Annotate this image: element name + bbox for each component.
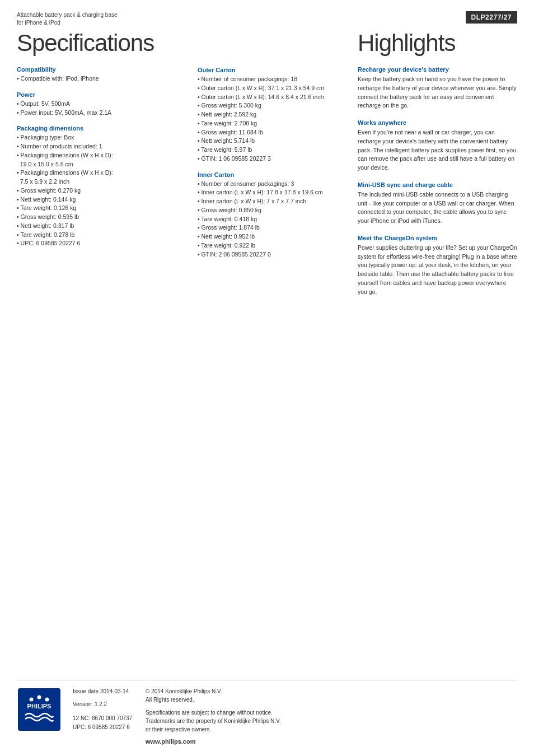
spec-item: Gross weight: 5.300 kg — [198, 101, 346, 110]
page-wrapper: Attachable battery pack & charging base … — [0, 0, 534, 756]
footer-col3: © 2014 Koninklijke Philips N.V. All Righ… — [146, 687, 517, 745]
spec-item: Tare weight: 0.126 kg — [17, 204, 184, 213]
philips-logo: PHILIPS — [17, 687, 62, 732]
nc-upc: 12 NC: 8670 000 70737 UPC: 6 09585 20227… — [73, 714, 134, 732]
spec-item: Gross weight: 0.850 kg — [198, 206, 346, 215]
highlights-column: Highlights Recharge your device's batter… — [352, 30, 517, 305]
works-anywhere-title: Works anywhere — [358, 119, 517, 126]
spec-item: Tare weight: 0.278 lb — [17, 231, 184, 240]
subtitle-line1: Attachable battery pack & charging base — [17, 11, 118, 19]
spec-item: Number of products included: 1 — [17, 142, 184, 151]
mini-usb-section: Mini-USB sync and charge cable The inclu… — [358, 181, 517, 226]
spec-item: UPC: 6 09585 20227 6 — [17, 239, 184, 248]
spec-item: Tare weight: 0.418 kg — [198, 215, 346, 224]
spec-item: Number of consumer packagings: 3 — [198, 180, 346, 189]
spec-item: Outer carton (L x W x H): 14.6 x 8.4 x 2… — [198, 93, 346, 102]
spec-item: Tare weight: 2.708 kg — [198, 119, 346, 128]
spec-item: Packaging dimensions (W x H x D): 7.5 x … — [17, 169, 184, 186]
mini-usb-title: Mini-USB sync and charge cable — [358, 181, 517, 188]
chargeon-section: Meet the ChargeOn system Power supplies … — [358, 235, 517, 297]
inner-carton-items: Number of consumer packagings: 3 Inner c… — [198, 180, 346, 259]
specs-title: Specifications — [17, 30, 184, 56]
spec-item: Compatible with: iPod, iPhone — [17, 74, 184, 83]
inner-carton-title: Inner Carton — [198, 171, 346, 178]
legal-text: Specifications are subject to change wit… — [146, 708, 517, 734]
footer-col1: Issue date 2014-03-14 Version: 1.2.2 12 … — [73, 687, 134, 745]
spec-item: Inner carton (L x W x H): 7 x 7 x 7.7 in… — [198, 197, 346, 206]
svg-text:PHILIPS: PHILIPS — [27, 703, 51, 710]
spec-item: Nett weight: 0.952 lb — [198, 232, 346, 241]
spec-item: GTIN: 1 06 09585 20227 3 — [198, 155, 346, 164]
svg-point-4 — [45, 698, 49, 702]
carton-column: Outer Carton Number of consumer packagin… — [192, 30, 352, 305]
spec-item: Tare weight: 5.97 lb — [198, 146, 346, 155]
spec-item: Gross weight: 0.595 lb — [17, 213, 184, 222]
nc-line: 12 NC: 8670 000 70737 — [73, 714, 134, 723]
outer-carton-title: Outer Carton — [198, 67, 346, 73]
copyright-text: © 2014 Koninklijke Philips N.V. All Righ… — [146, 687, 517, 704]
specs-column: Specifications Compatibility Compatible … — [17, 30, 192, 305]
recharge-title: Recharge your device's battery — [358, 66, 517, 73]
main-layout: Specifications Compatibility Compatible … — [17, 30, 517, 305]
spec-item: Nett weight: 2.592 kg — [198, 110, 346, 119]
recharge-section: Recharge your device's battery Keep the … — [358, 66, 517, 110]
svg-rect-0 — [18, 688, 60, 731]
power-title: Power — [17, 91, 184, 98]
power-section: Power Output: 5V, 500mA Power input: 5V,… — [17, 91, 184, 118]
outer-carton-items: Number of consumer packagings: 18 Outer … — [198, 75, 346, 164]
spec-item: Gross weight: 1.874 lb — [198, 223, 346, 232]
recharge-text: Keep the battery pack on hand so you hav… — [358, 75, 517, 110]
spec-item: Number of consumer packagings: 18 — [198, 75, 346, 84]
issue-date: Issue date 2014-03-14 — [73, 687, 134, 696]
spec-item: Packaging type: Box — [17, 133, 184, 142]
svg-point-2 — [30, 698, 34, 702]
version: Version: 1.2.2 — [73, 700, 134, 708]
packaging-section: Packaging dimensions Packaging type: Box… — [17, 125, 184, 248]
footer: PHILIPS Issue date 2014-03-14 Version: 1… — [17, 680, 517, 745]
spec-item: Packaging dimensions (W x H x D): 19.0 x… — [17, 151, 184, 169]
spec-item: Tare weight: 0.922 lb — [198, 241, 346, 250]
spec-item: Gross weight: 0.270 kg — [17, 186, 184, 195]
spec-item: GTIN: 2 06 09585 20227 0 — [198, 250, 346, 259]
website[interactable]: www.philips.com — [146, 738, 517, 745]
footer-info: Issue date 2014-03-14 Version: 1.2.2 12 … — [73, 687, 517, 745]
product-badge: DLP2277/27 — [466, 11, 517, 24]
header-subtitle: Attachable battery pack & charging base … — [17, 11, 118, 27]
spec-item: Nett weight: 5.714 lb — [198, 137, 346, 146]
chargeon-text: Power supplies cluttering up your life? … — [358, 244, 517, 297]
chargeon-title: Meet the ChargeOn system — [358, 235, 517, 241]
spec-item: Power input: 5V, 500mA, max 2.1A — [17, 109, 184, 118]
works-anywhere-section: Works anywhere Even if you're not near a… — [358, 119, 517, 172]
mini-usb-text: The included mini-USB cable connects to … — [358, 190, 517, 226]
spec-item: Nett weight: 0.317 lb — [17, 222, 184, 231]
inner-carton-section: Inner Carton Number of consumer packagin… — [198, 171, 346, 259]
subtitle-line2: for iPhone & iPod — [17, 19, 118, 27]
highlights-title: Highlights — [358, 30, 517, 56]
compatibility-section: Compatibility Compatible with: iPod, iPh… — [17, 66, 184, 83]
spec-item: Gross weight: 11.684 lb — [198, 128, 346, 137]
header: Attachable battery pack & charging base … — [17, 11, 517, 27]
power-items: Output: 5V, 500mA Power input: 5V, 500mA… — [17, 100, 184, 118]
packaging-items: Packaging type: Box Number of products i… — [17, 133, 184, 248]
works-anywhere-text: Even if you're not near a wall or car ch… — [358, 128, 517, 172]
compatibility-items: Compatible with: iPod, iPhone — [17, 74, 184, 83]
spec-item: Output: 5V, 500mA — [17, 100, 184, 109]
upc-line: UPC: 6 09585 20227 6 — [73, 723, 134, 732]
spec-item: Inner carton (L x W x H): 17.8 x 17.8 x … — [198, 188, 346, 197]
outer-carton-section: Outer Carton Number of consumer packagin… — [198, 67, 346, 164]
svg-point-3 — [38, 696, 41, 699]
spec-item: Outer carton (L x W x H): 37.1 x 21.3 x … — [198, 84, 346, 93]
copyright: © 2014 Koninklijke Philips N.V. All Righ… — [146, 687, 517, 704]
spec-item: Nett weight: 0.144 kg — [17, 195, 184, 204]
packaging-title: Packaging dimensions — [17, 125, 184, 132]
compatibility-title: Compatibility — [17, 66, 184, 73]
